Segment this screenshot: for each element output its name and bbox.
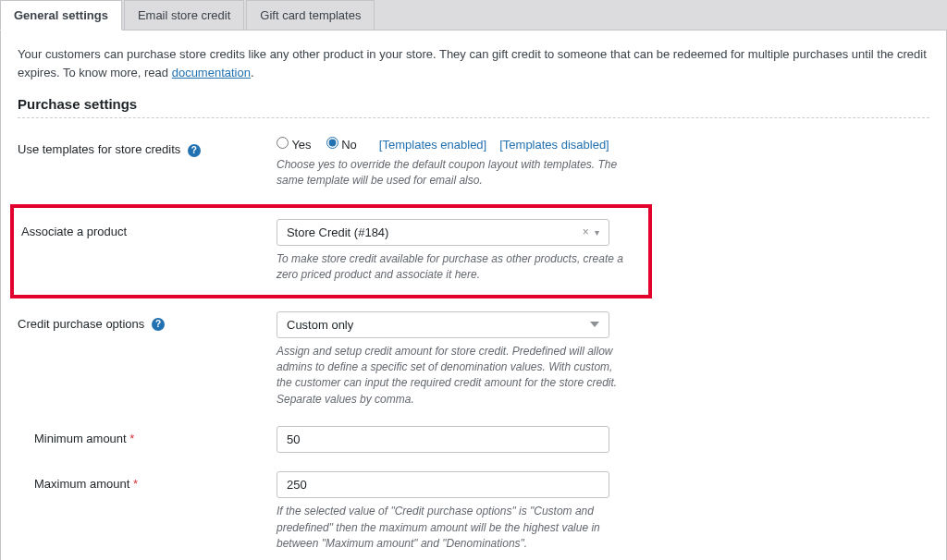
radio-yes[interactable] bbox=[277, 137, 289, 149]
label-credit-options: Credit purchase options ? bbox=[18, 311, 277, 332]
templates-enabled-link[interactable]: [Templates enabled] bbox=[379, 138, 486, 152]
associate-product-value: Store Credit (#184) bbox=[287, 225, 389, 239]
label-maximum-amount-text: Maximum amount bbox=[34, 477, 129, 491]
desc-maximum-amount: If the selected value of "Credit purchas… bbox=[277, 504, 628, 552]
label-minimum-amount: Minimum amount * bbox=[18, 426, 277, 445]
label-use-templates-text: Use templates for store credits bbox=[18, 142, 180, 156]
desc-associate-product: To make store credit available for purch… bbox=[277, 251, 628, 284]
help-icon[interactable]: ? bbox=[188, 144, 201, 157]
label-associate-product: Associate a product bbox=[21, 219, 277, 238]
radio-yes-label[interactable]: Yes bbox=[277, 137, 312, 152]
row-use-templates: Use templates for store credits ? Yes No… bbox=[18, 137, 929, 189]
desc-use-templates: Choose yes to override the default coupo… bbox=[277, 157, 628, 189]
templates-disabled-link[interactable]: [Templates disabled] bbox=[499, 138, 609, 152]
label-maximum-amount: Maximum amount * bbox=[18, 471, 277, 491]
required-asterisk: * bbox=[129, 432, 134, 445]
settings-panel: Your customers can purchase store credit… bbox=[0, 30, 947, 560]
associate-product-select[interactable]: Store Credit (#184) × ▾ bbox=[277, 219, 609, 246]
settings-tabs: General settings Email store credit Gift… bbox=[0, 0, 947, 30]
required-asterisk: * bbox=[133, 477, 138, 491]
highlight-associate-product: Associate a product Store Credit (#184) … bbox=[10, 204, 652, 298]
radio-yes-text: Yes bbox=[291, 138, 311, 152]
help-icon[interactable]: ? bbox=[152, 318, 165, 331]
radio-no[interactable] bbox=[326, 137, 338, 149]
label-credit-options-text: Credit purchase options bbox=[18, 317, 144, 331]
intro-text-after: . bbox=[251, 66, 254, 79]
tab-email-store-credit[interactable]: Email store credit bbox=[124, 0, 244, 30]
intro-text-before: Your customers can purchase store credit… bbox=[18, 47, 927, 79]
label-use-templates: Use templates for store credits ? bbox=[18, 137, 277, 157]
maximum-amount-input[interactable] bbox=[277, 471, 609, 498]
credit-options-select[interactable]: Custom only bbox=[277, 311, 609, 338]
tab-gift-card-templates[interactable]: Gift card templates bbox=[246, 0, 375, 30]
row-credit-options: Credit purchase options ? Custom only As… bbox=[18, 311, 929, 408]
documentation-link[interactable]: documentation bbox=[172, 66, 251, 79]
label-minimum-amount-text: Minimum amount bbox=[34, 432, 127, 445]
section-title-purchase-settings: Purchase settings bbox=[18, 96, 929, 118]
radio-no-label[interactable]: No bbox=[326, 137, 357, 152]
row-maximum-amount: Maximum amount * If the selected value o… bbox=[18, 471, 929, 552]
radio-no-text: No bbox=[341, 138, 357, 152]
clear-icon[interactable]: × bbox=[583, 225, 589, 238]
row-minimum-amount: Minimum amount * bbox=[18, 426, 929, 453]
row-associate-product: Associate a product Store Credit (#184) … bbox=[21, 219, 641, 284]
tab-general-settings[interactable]: General settings bbox=[0, 0, 122, 30]
minimum-amount-input[interactable] bbox=[277, 426, 609, 453]
intro-text: Your customers can purchase store credit… bbox=[18, 45, 929, 81]
desc-credit-options: Assign and setup credit amount for store… bbox=[277, 344, 628, 408]
chevron-down-icon: ▾ bbox=[595, 227, 599, 237]
